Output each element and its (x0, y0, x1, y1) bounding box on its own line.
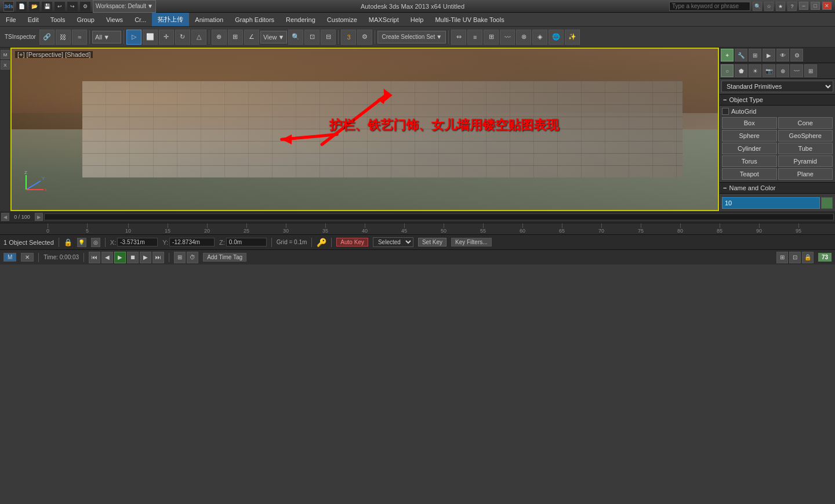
curve-editor[interactable]: 〰 (500, 30, 515, 45)
menu-rendering[interactable]: Rendering (280, 13, 321, 26)
menu-graph-editors[interactable]: Graph Editors (229, 13, 280, 26)
help-icon[interactable]: ? (787, 2, 797, 11)
schematic-view[interactable]: ⊗ (516, 30, 531, 45)
link-tool[interactable]: 🔗 (39, 30, 55, 45)
autogrid-checkbox[interactable] (722, 108, 729, 115)
menu-maxscript[interactable]: MAXScript (363, 13, 405, 26)
render-effects[interactable]: ✨ (565, 30, 580, 45)
select-scale-tool[interactable]: △ (191, 30, 206, 45)
name-color-section-header[interactable]: − Name and Color (720, 182, 835, 194)
teapot-button[interactable]: Teapot (722, 168, 777, 180)
menu-customize[interactable]: Customize (321, 13, 363, 26)
utilities-tab[interactable]: ⚙ (790, 49, 803, 61)
menu-multi-tile[interactable]: Multi-Tile UV Bake Tools (429, 13, 510, 26)
geosphere-button[interactable]: GeoSphere (778, 130, 833, 142)
y-value[interactable] (169, 238, 215, 246)
zoom-tool[interactable]: 🔍 (288, 30, 303, 45)
unlink-tool[interactable]: ⛓ (56, 30, 71, 45)
go-start-button[interactable]: ⏮ (89, 252, 100, 263)
search-input[interactable] (669, 2, 750, 11)
material-editor[interactable]: ◈ (532, 30, 547, 45)
torus-button[interactable]: Torus (722, 155, 777, 167)
object-type-section-header[interactable]: − Object Type (720, 94, 835, 106)
viewport-dropdown[interactable]: View ▼ (260, 31, 288, 43)
name-input[interactable] (722, 197, 820, 209)
angle-snap[interactable]: ∠ (244, 30, 259, 45)
select-move-tool[interactable]: ✛ (159, 30, 174, 45)
left-panel-btn1[interactable]: M (1, 50, 10, 59)
stop-button[interactable]: ⏹ (127, 252, 139, 263)
workspace-dropdown[interactable]: Workspace: Default ▼ (93, 0, 156, 13)
box-button[interactable]: Box (722, 117, 777, 129)
shapes-subtab[interactable]: ⬟ (735, 64, 747, 77)
pyramid-button[interactable]: Pyramid (778, 155, 833, 167)
select-rotate-tool[interactable]: ↻ (175, 30, 190, 45)
camera-icon-status[interactable]: ◎ (91, 238, 100, 247)
new-button[interactable]: 📄 (16, 2, 27, 11)
undo-button[interactable]: ↩ (55, 2, 65, 11)
spacewarps-subtab[interactable]: 〰 (790, 64, 803, 77)
auto-key-button[interactable]: Auto Key (336, 238, 368, 246)
select-region-tool[interactable]: ⬜ (143, 30, 158, 45)
menu-tools[interactable]: Tools (45, 13, 71, 26)
display-tab[interactable]: 👁 (776, 49, 789, 61)
close-button[interactable]: ✕ (822, 2, 832, 10)
menu-group[interactable]: Group (71, 13, 100, 26)
mini-tab-x[interactable]: ✕ (21, 253, 34, 262)
play-button[interactable]: ▶ (114, 252, 126, 263)
create-selection-button[interactable]: Create Selection Set ▼ (377, 31, 446, 43)
left-panel-btn2[interactable]: X (1, 60, 10, 70)
geometry-subtab[interactable]: ○ (721, 64, 734, 77)
add-time-tag-button[interactable]: Add Time Tag (203, 253, 246, 262)
next-frame-button[interactable]: ▶ (140, 252, 151, 263)
modify-tab[interactable]: 🔧 (735, 49, 747, 61)
zoom-ext[interactable]: ⊡ (304, 30, 320, 45)
systems-subtab[interactable]: ⊞ (804, 64, 817, 77)
primitive-type-dropdown[interactable]: Standard Primitives Extended Primitives … (721, 81, 833, 92)
reference-coord-tool[interactable]: ⊕ (212, 30, 227, 45)
redo-button[interactable]: ↪ (67, 2, 78, 11)
cylinder-button[interactable]: Cylinder (722, 143, 777, 154)
render-frame[interactable]: 3 (341, 30, 356, 45)
sphere-button[interactable]: Sphere (722, 130, 777, 142)
helpers-subtab[interactable]: ⊕ (776, 64, 789, 77)
mini-tab-m[interactable]: M (3, 253, 16, 262)
filter-dropdown[interactable]: All ▼ (92, 31, 121, 43)
time-config-button[interactable]: ⏱ (187, 252, 198, 263)
viewport-layout-button[interactable]: ⊞ (776, 252, 788, 263)
align-tool[interactable]: ≡ (467, 30, 482, 45)
bookmark-icon[interactable]: ☆ (764, 2, 774, 11)
open-button[interactable]: 📂 (29, 2, 39, 11)
render-env[interactable]: 🌐 (549, 30, 564, 45)
tube-button[interactable]: Tube (778, 143, 833, 154)
mirror-tool[interactable]: ⇔ (451, 30, 466, 45)
search-icon-btn[interactable]: 🔍 (753, 2, 762, 11)
color-swatch[interactable] (821, 197, 833, 209)
x-value[interactable] (117, 238, 158, 246)
star-icon[interactable]: ★ (776, 2, 785, 11)
viewport[interactable]: [+] [Perspective] [Shaded] (10, 48, 719, 211)
menu-views[interactable]: Views (100, 13, 129, 26)
menu-file[interactable]: File (0, 13, 22, 26)
menu-animation[interactable]: Animation (189, 13, 229, 26)
go-end-button[interactable]: ⏭ (153, 252, 164, 263)
key-filters-button[interactable]: Key Filters... (451, 238, 492, 246)
motion-tab[interactable]: ▶ (763, 49, 775, 61)
set-key-button[interactable]: Set Key (418, 238, 446, 246)
menu-create[interactable]: Cr... (129, 13, 152, 26)
lights-subtab[interactable]: ☀ (749, 64, 761, 77)
light-icon[interactable]: 💡 (77, 238, 86, 247)
save-button[interactable]: 💾 (42, 2, 52, 11)
cone-button[interactable]: Cone (778, 117, 833, 129)
maximize-button[interactable]: □ (811, 2, 820, 10)
zoom-region[interactable]: ⊟ (321, 30, 336, 45)
scrub-prev-btn[interactable]: ◀ (1, 213, 9, 221)
selected-dropdown[interactable]: Selected All (373, 237, 413, 247)
hierarchy-tab[interactable]: ⊞ (749, 49, 761, 61)
options-button[interactable]: ⚙ (80, 2, 90, 11)
scrub-track[interactable] (44, 213, 834, 220)
minimize-button[interactable]: – (799, 2, 808, 10)
array-tool[interactable]: ⊞ (484, 30, 499, 45)
menu-edit[interactable]: Edit (22, 13, 45, 26)
select-tool[interactable]: ▷ (126, 30, 141, 45)
